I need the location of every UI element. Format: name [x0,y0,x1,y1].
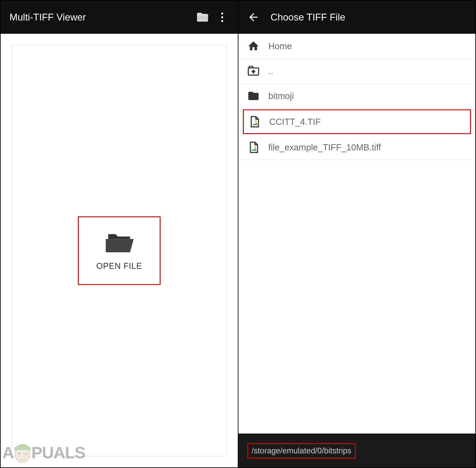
watermark-prefix: A [2,443,14,462]
left-content-area: OPEN FILE [12,45,227,456]
right-header: Choose TIFF File [238,1,476,34]
path-bar: /storage/emulated/0/bitstrips [238,434,476,467]
image-file-icon [247,141,260,153]
home-icon [247,40,260,52]
back-button[interactable] [247,11,260,23]
svg-rect-4 [15,448,30,450]
open-file-button[interactable]: OPEN FILE [78,216,161,285]
image-file-icon [248,116,261,128]
list-item-label: CCITT_4.TIF [269,117,321,127]
list-item-parent[interactable]: .. [238,59,476,84]
list-item-file-example[interactable]: file_example_TIFF_10MB.tiff [238,135,476,160]
list-item-file-ccitt[interactable]: CCITT_4.TIF [243,109,471,134]
list-item-home[interactable]: Home [238,34,476,59]
svg-point-8 [25,453,27,454]
watermark-suffix: PUALS [31,443,85,462]
watermark-face-icon [13,440,32,465]
folder-icon [104,231,134,255]
file-chooser-content: Home .. [238,34,476,467]
folder-icon [247,90,260,102]
arrow-left-icon [247,11,260,23]
left-pane: Multi-TIFF Viewer OPEN FILE [1,1,238,467]
watermark: A PUALS [2,440,85,465]
folder-open-icon[interactable] [196,11,209,24]
list-item-folder-bitmoji[interactable]: bitmoji [238,84,476,108]
more-icon[interactable] [216,11,229,24]
svg-point-7 [18,453,20,454]
current-path: /storage/emulated/0/bitstrips [247,443,356,458]
list-item-label: file_example_TIFF_10MB.tiff [268,143,381,152]
svg-point-1 [255,120,256,122]
open-file-label: OPEN FILE [96,261,142,271]
file-list: Home .. [238,34,476,434]
app-title: Multi-TIFF Viewer [10,12,189,23]
list-item-label: .. [268,66,273,76]
right-pane: Choose TIFF File Home [238,1,476,467]
list-item-label: bitmoji [268,91,294,101]
list-item-label: Home [268,41,292,51]
folder-up-icon [247,65,260,77]
svg-point-2 [254,146,256,147]
chooser-title: Choose TIFF File [271,12,467,23]
left-header: Multi-TIFF Viewer [1,1,238,34]
